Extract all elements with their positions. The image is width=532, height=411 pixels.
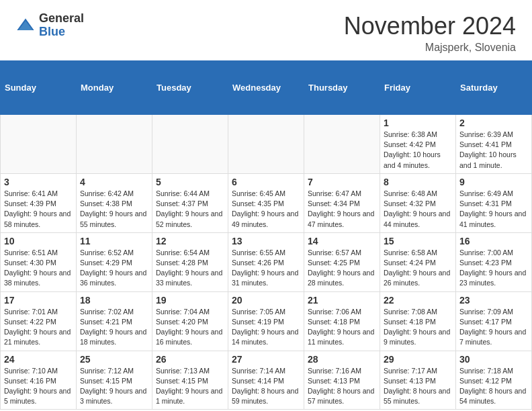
sunrise-text: Sunrise: 6:48 AM [384, 189, 437, 197]
day-number: 9 [459, 177, 528, 187]
day-number: 10 [4, 236, 73, 246]
calendar-cell: 1 Sunrise: 6:38 AM Sunset: 4:42 PM Dayli… [380, 115, 456, 174]
day-number: 25 [80, 354, 148, 365]
sunrise-text: Sunrise: 7:13 AM [156, 367, 210, 375]
month-title: November 2024 [344, 12, 516, 40]
day-number: 27 [232, 354, 300, 365]
day-info: Sunrise: 6:39 AM Sunset: 4:41 PM Dayligh… [459, 130, 528, 171]
day-info: Sunrise: 7:04 AM Sunset: 4:20 PM Dayligh… [156, 307, 224, 348]
sunset-text: Sunset: 4:13 PM [384, 377, 436, 385]
calendar-cell: 25 Sunrise: 7:12 AM Sunset: 4:15 PM Dayl… [77, 351, 152, 410]
daylight-text: Daylight: 9 hours and 3 minutes. [80, 387, 146, 405]
calendar-cell: 13 Sunrise: 6:55 AM Sunset: 4:26 PM Dayl… [228, 232, 304, 291]
day-info: Sunrise: 6:55 AM Sunset: 4:26 PM Dayligh… [232, 248, 300, 289]
logo-icon [16, 16, 35, 35]
calendar-cell: 27 Sunrise: 7:14 AM Sunset: 4:14 PM Dayl… [228, 351, 304, 410]
calendar-cell: 21 Sunrise: 7:06 AM Sunset: 4:18 PM Dayl… [304, 291, 380, 351]
daylight-text: Daylight: 9 hours and 1 minute. [156, 387, 222, 405]
sunset-text: Sunset: 4:14 PM [232, 377, 284, 385]
daylight-text: Daylight: 9 hours and 26 minutes. [384, 269, 450, 287]
calendar-cell: 26 Sunrise: 7:13 AM Sunset: 4:15 PM Dayl… [152, 351, 228, 410]
sunset-text: Sunset: 4:38 PM [80, 199, 132, 208]
calendar-cell: 16 Sunrise: 7:00 AM Sunset: 4:23 PM Dayl… [456, 232, 532, 291]
daylight-text: Daylight: 9 hours and 28 minutes. [308, 269, 374, 287]
sunset-text: Sunset: 4:15 PM [156, 377, 208, 385]
sunset-text: Sunset: 4:25 PM [308, 259, 360, 267]
calendar-week-4: 17 Sunrise: 7:01 AM Sunset: 4:22 PM Dayl… [1, 291, 532, 351]
calendar-cell: 17 Sunrise: 7:01 AM Sunset: 4:22 PM Dayl… [1, 291, 77, 351]
daylight-text: Daylight: 9 hours and 58 minutes. [4, 210, 71, 228]
weekday-header-wednesday: Wednesday [228, 61, 304, 115]
calendar-cell: 24 Sunrise: 7:10 AM Sunset: 4:16 PM Dayl… [1, 351, 77, 410]
sunset-text: Sunset: 4:22 PM [4, 318, 56, 326]
sunset-text: Sunset: 4:32 PM [384, 199, 436, 208]
day-number: 5 [156, 177, 224, 187]
day-info: Sunrise: 6:51 AM Sunset: 4:30 PM Dayligh… [4, 248, 73, 289]
sunset-text: Sunset: 4:13 PM [308, 377, 360, 385]
day-info: Sunrise: 7:09 AM Sunset: 4:17 PM Dayligh… [459, 307, 528, 348]
sunrise-text: Sunrise: 7:01 AM [4, 308, 58, 316]
calendar-cell: 9 Sunrise: 6:49 AM Sunset: 4:31 PM Dayli… [456, 173, 532, 232]
logo-text: General Blue [39, 12, 84, 39]
daylight-text: Daylight: 9 hours and 52 minutes. [156, 210, 222, 228]
day-info: Sunrise: 6:48 AM Sunset: 4:32 PM Dayligh… [384, 189, 452, 230]
sunset-text: Sunset: 4:23 PM [459, 259, 512, 267]
daylight-text: Daylight: 9 hours and 23 minutes. [459, 269, 526, 287]
day-number: 12 [156, 236, 224, 246]
calendar-cell [228, 115, 304, 174]
day-info: Sunrise: 6:57 AM Sunset: 4:25 PM Dayligh… [308, 248, 376, 289]
day-number: 20 [232, 295, 300, 306]
day-number: 4 [80, 177, 148, 187]
daylight-text: Daylight: 9 hours and 47 minutes. [308, 210, 374, 228]
logo-general-text: General [39, 12, 84, 26]
day-info: Sunrise: 6:45 AM Sunset: 4:35 PM Dayligh… [232, 189, 300, 230]
daylight-text: Daylight: 9 hours and 18 minutes. [80, 328, 146, 346]
day-info: Sunrise: 7:08 AM Sunset: 4:18 PM Dayligh… [384, 307, 452, 348]
calendar-cell: 7 Sunrise: 6:47 AM Sunset: 4:34 PM Dayli… [304, 173, 380, 232]
sunset-text: Sunset: 4:15 PM [80, 377, 132, 385]
page-header: General Blue November 2024 Majsperk, Slo… [0, 0, 532, 60]
sunrise-text: Sunrise: 7:17 AM [384, 367, 437, 375]
sunrise-text: Sunrise: 7:18 AM [459, 367, 513, 375]
day-info: Sunrise: 7:12 AM Sunset: 4:15 PM Dayligh… [80, 366, 148, 407]
sunrise-text: Sunrise: 7:04 AM [156, 308, 210, 316]
calendar-table: SundayMondayTuesdayWednesdayThursdayFrid… [0, 60, 532, 410]
daylight-text: Daylight: 9 hours and 41 minutes. [459, 210, 526, 228]
day-number: 7 [308, 177, 376, 187]
sunset-text: Sunset: 4:30 PM [4, 259, 56, 267]
day-info: Sunrise: 7:13 AM Sunset: 4:15 PM Dayligh… [156, 366, 224, 407]
calendar-cell: 15 Sunrise: 6:58 AM Sunset: 4:24 PM Dayl… [380, 232, 456, 291]
weekday-header-saturday: Saturday [456, 61, 532, 115]
sunrise-text: Sunrise: 7:16 AM [308, 367, 361, 375]
sunrise-text: Sunrise: 6:45 AM [232, 189, 285, 197]
day-number: 16 [459, 236, 528, 246]
sunrise-text: Sunrise: 6:41 AM [4, 189, 58, 197]
sunset-text: Sunset: 4:31 PM [459, 199, 512, 208]
sunrise-text: Sunrise: 6:58 AM [384, 248, 437, 257]
day-info: Sunrise: 7:05 AM Sunset: 4:19 PM Dayligh… [232, 307, 300, 348]
sunrise-text: Sunrise: 7:06 AM [308, 308, 361, 316]
daylight-text: Daylight: 9 hours and 44 minutes. [384, 210, 450, 228]
day-info: Sunrise: 6:49 AM Sunset: 4:31 PM Dayligh… [459, 189, 528, 230]
daylight-text: Daylight: 9 hours and 49 minutes. [232, 210, 298, 228]
day-info: Sunrise: 6:42 AM Sunset: 4:38 PM Dayligh… [80, 189, 148, 230]
calendar-cell: 19 Sunrise: 7:04 AM Sunset: 4:20 PM Dayl… [152, 291, 228, 351]
sunset-text: Sunset: 4:18 PM [384, 318, 436, 326]
sunrise-text: Sunrise: 6:42 AM [80, 189, 134, 197]
sunrise-text: Sunrise: 6:44 AM [156, 189, 210, 197]
sunrise-text: Sunrise: 7:10 AM [4, 367, 58, 375]
day-info: Sunrise: 6:41 AM Sunset: 4:39 PM Dayligh… [4, 189, 73, 230]
calendar-cell: 22 Sunrise: 7:08 AM Sunset: 4:18 PM Dayl… [380, 291, 456, 351]
weekday-header-row: SundayMondayTuesdayWednesdayThursdayFrid… [1, 61, 532, 115]
sunrise-text: Sunrise: 6:52 AM [80, 248, 134, 257]
sunrise-text: Sunrise: 7:12 AM [80, 367, 134, 375]
sunset-text: Sunset: 4:17 PM [459, 318, 512, 326]
logo-blue-text: Blue [39, 26, 84, 39]
sunset-text: Sunset: 4:18 PM [308, 318, 360, 326]
weekday-header-friday: Friday [380, 61, 456, 115]
daylight-text: Daylight: 9 hours and 38 minutes. [4, 269, 71, 287]
day-info: Sunrise: 7:16 AM Sunset: 4:13 PM Dayligh… [308, 366, 376, 407]
day-info: Sunrise: 6:44 AM Sunset: 4:37 PM Dayligh… [156, 189, 224, 230]
day-number: 11 [80, 236, 148, 246]
sunset-text: Sunset: 4:24 PM [384, 259, 436, 267]
